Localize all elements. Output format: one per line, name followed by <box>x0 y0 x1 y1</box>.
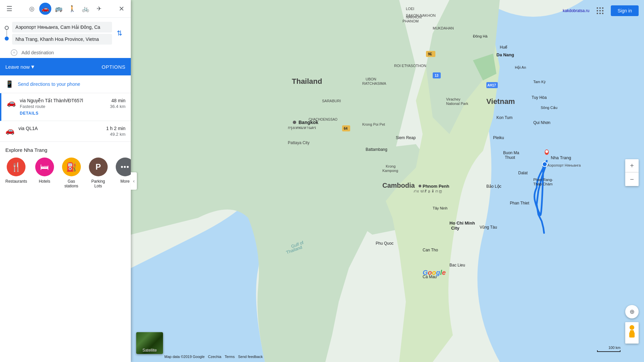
explore-item-parking[interactable]: P Parking Lots <box>89 158 108 188</box>
fly-icon: ✈ <box>97 5 102 12</box>
svg-text:Kampong: Kampong <box>382 169 398 173</box>
svg-rect-77 <box>602 13 603 14</box>
route-inputs: ⇅ <box>0 18 131 47</box>
svg-text:Huế: Huế <box>500 45 507 50</box>
svg-point-27 <box>542 162 547 167</box>
svg-text:Tuy Hòa: Tuy Hòa <box>532 95 547 100</box>
options-button[interactable]: OPTIONS <box>102 64 125 70</box>
map-area: Thailand Cambodia Vietnam Bangkok กรุงเท… <box>131 0 644 362</box>
header-bar: ☰ ◎ 🚗 🚌 🚶 🚲 ✈ ✕ <box>0 0 131 18</box>
hotels-label: Hotels <box>39 179 50 184</box>
svg-point-26 <box>545 150 548 153</box>
feedback-link[interactable]: Send feedback <box>238 355 263 359</box>
more-label: More <box>120 179 129 184</box>
origin-dot <box>5 26 9 30</box>
svg-text:ROI ET: ROI ET <box>394 64 407 68</box>
bike-icon: 🚲 <box>82 5 89 12</box>
map-data-info: Map data ©2019 Google <box>164 355 205 359</box>
route-info-2: via QL1A <box>18 126 102 131</box>
tab-bike[interactable]: 🚲 <box>79 3 92 15</box>
tab-drive[interactable]: 🚗 <box>39 3 51 15</box>
scale-label: 100 km <box>608 346 621 350</box>
svg-text:Vũng Tàu: Vũng Tàu <box>480 225 497 230</box>
menu-button[interactable]: ☰ <box>3 3 15 15</box>
svg-text:Buon Ma: Buon Ma <box>503 150 519 155</box>
route-duration-2: 1 h 2 min <box>106 126 125 131</box>
tab-walk[interactable]: 🚶 <box>66 3 78 15</box>
collapse-arrow-icon: ‹ <box>133 178 135 184</box>
svg-text:Tam Kỳ: Tam Kỳ <box>533 80 546 84</box>
details-button[interactable]: DETAILS <box>20 111 39 116</box>
zoom-out-button[interactable]: − <box>625 173 639 186</box>
google-apps-button[interactable] <box>593 4 607 17</box>
parking-icon: P <box>89 158 108 176</box>
svg-text:Vietnam: Vietnam <box>486 97 515 106</box>
add-destination[interactable]: + Add destination <box>0 47 131 58</box>
parking-label: Parking Lots <box>89 179 108 188</box>
origin-input[interactable] <box>12 22 112 33</box>
svg-rect-80 <box>629 332 631 338</box>
tab-transit[interactable]: 🚌 <box>53 3 65 15</box>
sign-in-button[interactable]: Sign in <box>611 5 639 16</box>
car-icon-2: 🚗 <box>5 126 14 135</box>
gas-label: Gas stations <box>62 179 81 188</box>
kakdo-link[interactable]: kakdobratsa.ru <box>563 8 589 13</box>
svg-text:Bảo Lộc: Bảo Lộc <box>486 184 501 189</box>
svg-text:กรุงเทพมหานคร: กรุงเทพมหานคร <box>288 125 316 130</box>
restaurants-label: Restaurants <box>5 179 27 184</box>
route-list: 🚗 via Nguyễn Tất Thành/ĐT657l Fastest ro… <box>0 93 131 362</box>
route-time-2: 1 h 2 min 49.2 km <box>106 126 125 137</box>
tab-fly[interactable]: ✈ <box>93 3 105 15</box>
phone-icon: 📱 <box>5 80 14 88</box>
map-region: Czechia <box>208 355 221 359</box>
svg-text:64: 64 <box>344 127 348 130</box>
svg-point-8 <box>419 185 421 187</box>
destination-input[interactable] <box>12 34 112 45</box>
svg-text:Qui Nhơn: Qui Nhơn <box>533 120 550 125</box>
close-icon: ✕ <box>119 5 124 13</box>
phone-directions[interactable]: 📱 Send directions to your phone <box>0 75 131 93</box>
svg-point-4 <box>293 121 296 124</box>
car-icon-1: 🚗 <box>7 99 16 107</box>
svg-rect-74 <box>602 10 603 11</box>
scale-bar-line <box>597 350 621 352</box>
streetview-button[interactable] <box>625 322 639 344</box>
svg-text:Pattaya City: Pattaya City <box>288 140 310 145</box>
zoom-in-button[interactable]: + <box>625 159 639 173</box>
svg-text:Tây Ninh: Tây Ninh <box>433 206 447 210</box>
svg-text:Can Tho: Can Tho <box>423 248 438 252</box>
swap-button[interactable]: ⇅ <box>113 27 125 39</box>
route-distance-2: 49.2 km <box>106 132 125 137</box>
leave-now-button[interactable]: Leave now ▾ <box>5 63 34 70</box>
svg-text:Bac Lieu: Bac Lieu <box>449 263 465 267</box>
svg-rect-72 <box>597 10 598 11</box>
explore-item-restaurants[interactable]: 🍴 Restaurants <box>5 158 27 184</box>
explore-item-gas[interactable]: ⛽ Gas stations <box>62 158 81 188</box>
tab-directions[interactable]: ◎ <box>26 3 38 15</box>
terms-link[interactable]: Terms <box>225 355 235 359</box>
satellite-thumbnail[interactable]: Satellite <box>136 332 163 354</box>
explore-item-hotels[interactable]: 🛏 Hotels <box>35 158 54 184</box>
explore-item-more[interactable]: ••• More <box>116 158 131 184</box>
route-name-1: via Nguyễn Tất Thành/ĐT657l <box>20 98 106 103</box>
locate-me-button[interactable]: ⊕ <box>625 305 639 318</box>
route-item[interactable]: 🚗 via Nguyễn Tất Thành/ĐT657l Fastest ro… <box>0 93 131 121</box>
scale-bar: 100 km <box>597 346 621 352</box>
svg-text:Sông Cầu: Sông Cầu <box>541 106 557 110</box>
route-sub-1: Fastest route <box>20 104 106 109</box>
locate-icon: ⊕ <box>630 308 635 315</box>
route-item-2[interactable]: 🚗 via QL1A 1 h 2 min 49.2 km <box>0 121 131 142</box>
collapse-sidebar-button[interactable]: ‹ <box>131 172 137 190</box>
route-info-1: via Nguyễn Tất Thành/ĐT657l Fastest rout… <box>20 98 106 116</box>
grid-icon <box>596 7 604 15</box>
leave-now-arrow-icon: ▾ <box>31 63 34 70</box>
explore-title: Explore Nha Trang <box>5 147 125 153</box>
gas-icon: ⛽ <box>62 158 81 176</box>
hotels-icon: 🛏 <box>35 158 54 176</box>
route-duration-1: 48 min <box>110 98 125 103</box>
route-fields <box>12 22 112 45</box>
svg-rect-70 <box>599 7 601 9</box>
close-button[interactable]: ✕ <box>115 3 127 15</box>
add-destination-icon: + <box>11 49 17 56</box>
transport-tabs: ◎ 🚗 🚌 🚶 🚲 ✈ <box>18 3 113 15</box>
